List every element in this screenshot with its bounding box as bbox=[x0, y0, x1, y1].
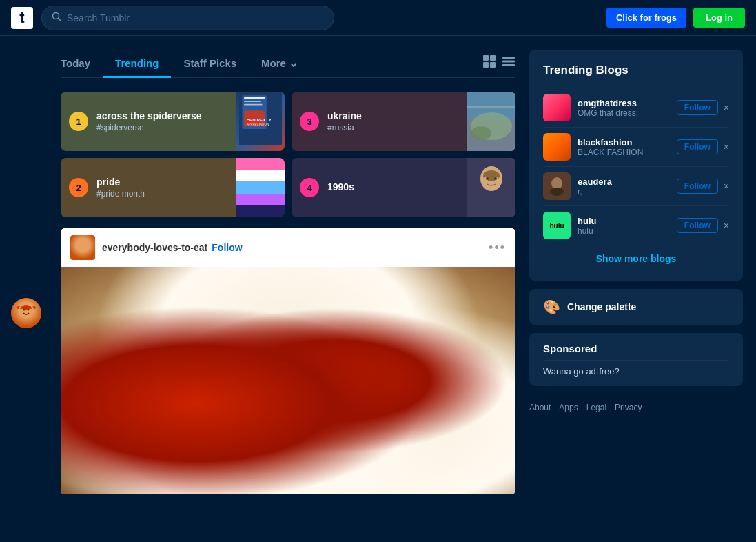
chevron-down-icon: ⌄ bbox=[289, 57, 298, 70]
svg-rect-19 bbox=[244, 104, 263, 106]
trend-text-ukraine: ukraine #russia bbox=[327, 110, 467, 133]
follow-button-hulu[interactable]: Follow bbox=[677, 218, 718, 233]
trend-sub-ukraine: #russia bbox=[327, 123, 467, 132]
trend-card-ukraine[interactable]: 3 ukraine #russia bbox=[292, 92, 515, 151]
sponsored-text: Wanna go ad-free? bbox=[543, 366, 729, 377]
svg-rect-18 bbox=[244, 101, 261, 102]
tab-more[interactable]: More ⌄ bbox=[249, 50, 310, 77]
dismiss-button-blackfashion[interactable]: × bbox=[724, 141, 729, 152]
trending-blogs-card: Trending Blogs omgthatdress OMG that dre… bbox=[529, 50, 743, 281]
trend-card-pride[interactable]: 2 pride #pride month bbox=[61, 158, 285, 217]
blog-actions-hulu: Follow × bbox=[677, 218, 729, 233]
blog-actions-blackfashion: Follow × bbox=[677, 139, 729, 154]
post-menu-button[interactable]: ••• bbox=[489, 241, 506, 255]
logo-letter: t bbox=[19, 10, 24, 26]
blog-desc-eaudera: r, bbox=[578, 187, 670, 197]
blog-desc-hulu: hulu bbox=[578, 226, 670, 236]
blog-desc-blackfashion: BLACK FASHION bbox=[578, 148, 670, 157]
left-sidebar bbox=[11, 50, 47, 494]
tab-today[interactable]: Today bbox=[61, 50, 103, 78]
search-icon bbox=[52, 12, 61, 23]
search-input[interactable] bbox=[67, 12, 324, 23]
svg-rect-11 bbox=[490, 62, 496, 68]
svg-point-34 bbox=[494, 177, 497, 180]
blog-name-omgthatdress: omgthatdress bbox=[578, 98, 670, 108]
user-avatar[interactable] bbox=[11, 298, 41, 328]
blog-item-blackfashion: blackfashion BLACK FASHION Follow × bbox=[543, 128, 729, 167]
search-bar[interactable] bbox=[41, 6, 334, 30]
blog-name-eaudera: eaudera bbox=[578, 177, 670, 187]
trend-text-1990s: 1990s bbox=[327, 181, 467, 194]
blog-desc-omgthatdress: OMG that dress! bbox=[578, 108, 670, 118]
footer-link-apps[interactable]: Apps bbox=[559, 403, 578, 412]
svg-text:BEN REILLY: BEN REILLY bbox=[247, 117, 272, 122]
blog-info-omgthatdress: omgthatdress OMG that dress! bbox=[578, 98, 670, 118]
frogs-button[interactable]: Click for frogs bbox=[606, 8, 686, 28]
grid-view-icon[interactable] bbox=[482, 54, 496, 72]
dismiss-button-hulu[interactable]: × bbox=[724, 220, 729, 231]
trend-image-1990s bbox=[467, 158, 515, 217]
login-button[interactable]: Log in bbox=[693, 8, 745, 28]
trend-rank-1: 1 bbox=[69, 112, 88, 131]
svg-rect-10 bbox=[483, 62, 489, 68]
blog-actions-omgthatdress: Follow × bbox=[677, 100, 729, 115]
footer-link-about[interactable]: About bbox=[529, 403, 551, 412]
svg-rect-14 bbox=[502, 64, 515, 66]
svg-rect-17 bbox=[244, 97, 265, 99]
follow-button-blackfashion[interactable]: Follow bbox=[677, 139, 718, 154]
tumblr-logo[interactable]: t bbox=[11, 7, 33, 29]
tab-staff-picks[interactable]: Staff Picks bbox=[171, 50, 249, 78]
svg-rect-12 bbox=[502, 57, 515, 59]
post-header: everybody-loves-to-eat Follow ••• bbox=[61, 228, 515, 267]
avatar-image bbox=[11, 298, 41, 328]
post-username[interactable]: everybody-loves-to-eat bbox=[102, 242, 207, 253]
blog-actions-eaudera: Follow × bbox=[677, 179, 729, 194]
palette-label: Change palette bbox=[567, 301, 636, 312]
trend-card-1990s[interactable]: 4 1990s bbox=[292, 158, 515, 217]
tab-trending[interactable]: Trending bbox=[103, 50, 171, 78]
footer-link-legal[interactable]: Legal bbox=[586, 403, 606, 412]
footer-link-privacy[interactable]: Privacy bbox=[615, 403, 642, 412]
svg-line-1 bbox=[59, 19, 61, 21]
blog-avatar-omgthatdress bbox=[543, 94, 571, 121]
view-toggle bbox=[482, 54, 515, 72]
svg-point-37 bbox=[550, 188, 564, 196]
dismiss-button-omgthatdress[interactable]: × bbox=[724, 102, 729, 113]
trend-title-1: across the spiderverse bbox=[96, 110, 236, 122]
change-palette-card[interactable]: 🎨 Change palette bbox=[529, 289, 743, 325]
palette-icon: 🎨 bbox=[543, 299, 560, 315]
dismiss-button-eaudera[interactable]: × bbox=[724, 181, 729, 192]
tabs-nav: Today Trending Staff Picks More ⌄ bbox=[61, 50, 515, 78]
follow-button-eaudera[interactable]: Follow bbox=[677, 179, 718, 194]
sponsored-title: Sponsored bbox=[543, 343, 729, 361]
follow-button-omgthatdress[interactable]: Follow bbox=[677, 100, 718, 115]
show-more-blogs-button[interactable]: Show more blogs bbox=[543, 245, 729, 267]
list-view-icon[interactable] bbox=[502, 54, 515, 72]
post-follow-button[interactable]: Follow bbox=[212, 242, 242, 253]
trend-title-ukraine: ukraine bbox=[327, 110, 467, 122]
trend-image-1: BEN REILLY APPRECIATION bbox=[236, 92, 285, 151]
trend-sub-1: #spiderverse bbox=[96, 123, 236, 132]
svg-rect-8 bbox=[483, 55, 489, 61]
blog-item-omgthatdress: omgthatdress OMG that dress! Follow × bbox=[543, 88, 729, 128]
trend-title-1990s: 1990s bbox=[327, 181, 467, 193]
right-sidebar: Trending Blogs omgthatdress OMG that dre… bbox=[529, 50, 743, 494]
trend-card-1[interactable]: 1 across the spiderverse #spiderverse BE… bbox=[61, 92, 285, 151]
trend-image-pride bbox=[236, 158, 285, 217]
blog-avatar-hulu: hulu bbox=[543, 212, 571, 239]
trend-rank-ukraine: 3 bbox=[300, 112, 319, 131]
trend-rank-1990s: 4 bbox=[300, 178, 319, 197]
trend-image-ukraine bbox=[467, 92, 515, 151]
svg-point-27 bbox=[471, 126, 491, 140]
header: t Click for frogs Log in bbox=[0, 0, 756, 36]
sidebar-footer: About Apps Legal Privacy bbox=[529, 394, 743, 421]
svg-point-7 bbox=[22, 305, 30, 310]
main-layout: Today Trending Staff Picks More ⌄ bbox=[0, 36, 756, 508]
svg-rect-13 bbox=[502, 61, 515, 63]
blog-info-blackfashion: blackfashion BLACK FASHION bbox=[578, 137, 670, 157]
trend-text-pride: pride #pride month bbox=[96, 177, 236, 199]
post-avatar bbox=[70, 235, 95, 260]
trend-sub-pride: #pride month bbox=[96, 189, 236, 199]
trend-rank-pride: 2 bbox=[69, 178, 88, 197]
svg-rect-9 bbox=[490, 55, 496, 61]
